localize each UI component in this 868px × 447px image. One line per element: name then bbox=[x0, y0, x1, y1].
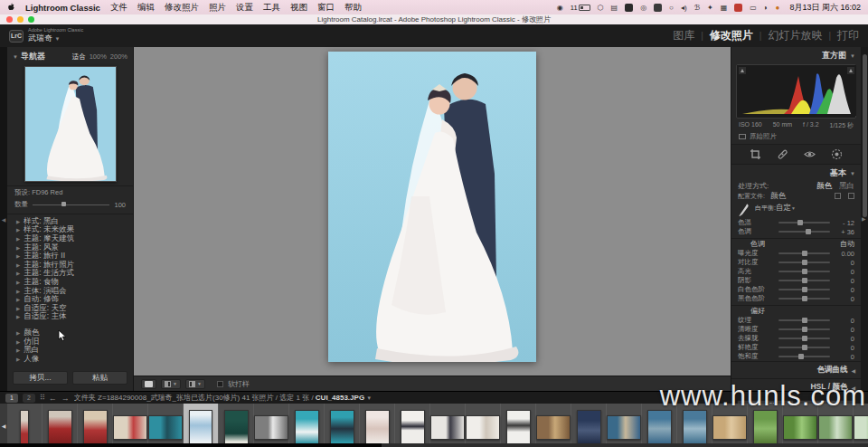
menu-settings[interactable]: 设置 bbox=[236, 2, 253, 14]
apple-menu-icon[interactable] bbox=[7, 3, 15, 12]
disclosure-triangle-icon[interactable]: ▶ bbox=[16, 297, 20, 302]
filmstrip-cell[interactable] bbox=[113, 404, 148, 447]
shadows-slider[interactable] bbox=[778, 280, 830, 281]
contrast-slider[interactable] bbox=[778, 262, 830, 263]
disclosure-triangle-icon[interactable]: ▶ bbox=[16, 219, 20, 224]
whites-slider[interactable] bbox=[778, 289, 830, 290]
current-filename[interactable]: CUI_4853.JPG bbox=[316, 394, 364, 402]
menu-help[interactable]: 帮助 bbox=[344, 2, 362, 14]
module-develop[interactable]: 修改照片 bbox=[710, 28, 753, 43]
screen-record-icon[interactable]: ◉ bbox=[557, 4, 563, 12]
disclosure-triangle-icon[interactable]: ▶ bbox=[16, 289, 20, 294]
zoom-fit-option[interactable]: 适合 bbox=[72, 52, 86, 62]
menu-photo[interactable]: 照片 bbox=[209, 2, 226, 14]
filmstrip-cell[interactable] bbox=[254, 404, 289, 447]
healing-tool-icon[interactable] bbox=[777, 148, 788, 160]
filmstrip-cell[interactable] bbox=[325, 404, 360, 447]
menu-window[interactable]: 窗口 bbox=[317, 2, 335, 14]
filmstrip-scrollbar-thumb[interactable] bbox=[0, 443, 382, 447]
disclosure-triangle-icon[interactable]: ▶ bbox=[16, 347, 20, 353]
app-icon-red[interactable] bbox=[734, 4, 742, 12]
bluetooth-icon[interactable]: ℬ bbox=[694, 4, 700, 12]
temp-slider[interactable] bbox=[778, 222, 830, 224]
filmstrip-cell[interactable] bbox=[501, 404, 536, 447]
disclosure-triangle-icon[interactable]: ▶ bbox=[16, 314, 20, 319]
white-balance-eyedropper-icon[interactable] bbox=[738, 203, 750, 218]
grid-view-icon[interactable]: ⠿ bbox=[40, 394, 44, 402]
navigator-title[interactable]: 导航器 bbox=[21, 51, 45, 62]
source-path-label[interactable]: 文件夹 Z=1884290008_武瑞奇_张培已选片(30修片) 41 张照片 … bbox=[74, 394, 314, 402]
panel-expand-icon[interactable]: ◀ bbox=[851, 367, 855, 374]
paste-button[interactable]: 粘贴 bbox=[72, 371, 127, 385]
filmstrip-cell[interactable] bbox=[430, 404, 466, 447]
filmstrip-cell[interactable] bbox=[42, 404, 78, 447]
forward-arrow-icon[interactable]: → bbox=[61, 394, 70, 403]
monitor-1-button[interactable]: 1 bbox=[5, 394, 18, 403]
vibrance-slider[interactable] bbox=[778, 347, 830, 348]
redeye-tool-icon[interactable] bbox=[804, 148, 816, 160]
filmstrip-cell[interactable] bbox=[78, 404, 113, 447]
filmstrip-cell[interactable] bbox=[360, 404, 395, 447]
preset-group[interactable]: ▶人像 bbox=[16, 355, 133, 364]
printer-icon[interactable]: ▤ bbox=[611, 4, 618, 12]
loupe-view-button[interactable] bbox=[141, 379, 156, 389]
menu-edit[interactable]: 编辑 bbox=[137, 2, 155, 14]
chevron-down-icon[interactable]: ▼ bbox=[55, 36, 61, 42]
blacks-slider[interactable] bbox=[778, 298, 830, 300]
disclosure-triangle-icon[interactable]: ▶ bbox=[16, 280, 20, 285]
module-print[interactable]: 打印 bbox=[837, 28, 859, 43]
highlights-slider[interactable] bbox=[778, 271, 830, 272]
treatment-bw-option[interactable]: 黑白 bbox=[839, 181, 854, 192]
menubar-clock[interactable]: 8月13日 周六 16:02 bbox=[789, 2, 861, 14]
filmstrip-cell[interactable] bbox=[148, 404, 184, 447]
monitor-2-button[interactable]: 2 bbox=[23, 394, 35, 403]
control-center-icon[interactable]: ◎ bbox=[640, 4, 646, 12]
keyboard-icon[interactable]: ▦ bbox=[721, 4, 728, 12]
disclosure-triangle-icon[interactable]: ▶ bbox=[16, 262, 20, 268]
disclosure-triangle-icon[interactable]: ▶ bbox=[16, 236, 20, 242]
disclosure-triangle-icon[interactable]: ▶ bbox=[16, 245, 20, 251]
disclosure-triangle-icon[interactable]: ▶ bbox=[16, 306, 20, 311]
disclosure-triangle-icon[interactable]: ▶ bbox=[16, 330, 20, 336]
right-panel-collapse-icon[interactable]: ▶ bbox=[862, 215, 866, 222]
back-arrow-icon[interactable]: ← bbox=[49, 394, 57, 403]
filmstrip-cell[interactable] bbox=[7, 404, 42, 447]
disclosure-triangle-icon[interactable]: ▶ bbox=[16, 253, 20, 259]
battery-icon[interactable]: 11 bbox=[571, 4, 590, 12]
module-library[interactable]: 图库 bbox=[673, 28, 694, 43]
auto-button[interactable]: 自动 bbox=[840, 239, 854, 249]
menu-view[interactable]: 视图 bbox=[290, 2, 307, 14]
copy-button[interactable]: 拷贝... bbox=[13, 371, 68, 385]
menu-develop[interactable]: 修改照片 bbox=[165, 2, 199, 14]
display-icon[interactable]: ▭ bbox=[750, 4, 757, 12]
profile-browser-icon[interactable] bbox=[835, 193, 841, 199]
treatment-color-option[interactable]: 颜色 bbox=[816, 181, 832, 192]
saturation-slider[interactable] bbox=[778, 356, 830, 357]
right-panel-scrollbar[interactable]: ▶ bbox=[861, 47, 868, 391]
dropdown-caret-icon[interactable]: ▼ bbox=[366, 395, 372, 401]
crop-tool-icon[interactable] bbox=[750, 148, 761, 160]
navigator-preview[interactable] bbox=[24, 66, 117, 182]
search-icon[interactable]: ○ bbox=[669, 4, 674, 12]
navigator-collapse-icon[interactable]: ▼ bbox=[13, 54, 18, 60]
preset-group[interactable]: ▶自适应: 主体 bbox=[16, 313, 133, 322]
wifi-icon[interactable]: ✦ bbox=[707, 4, 713, 12]
panel-collapse-icon[interactable]: ▼ bbox=[850, 53, 855, 59]
scrollbar-thumb[interactable] bbox=[863, 54, 867, 217]
filmstrip-scrollbar[interactable] bbox=[0, 443, 868, 447]
identity-plate[interactable]: LrC Adobe Lightroom Classic 武瑞奇 ▼ bbox=[9, 27, 83, 44]
left-panel-collapse-strip[interactable]: ◀ bbox=[0, 47, 7, 391]
disclosure-triangle-icon[interactable]: ▶ bbox=[16, 227, 20, 233]
filmstrip-cell[interactable] bbox=[571, 404, 607, 447]
menu-file[interactable]: 文件 bbox=[110, 2, 127, 14]
app-icon-dark[interactable] bbox=[625, 4, 633, 12]
original-photo-row[interactable]: 原始照片 bbox=[731, 131, 861, 145]
main-photo[interactable] bbox=[328, 52, 536, 362]
before-after-split-button[interactable]: ▼ bbox=[185, 379, 205, 389]
before-after-left-right-button[interactable]: ▼ bbox=[161, 379, 181, 389]
filmstrip-cell-selected[interactable] bbox=[184, 404, 219, 447]
histogram-header[interactable]: 直方图 ▼ bbox=[731, 47, 861, 63]
filmstrip-cell[interactable] bbox=[536, 404, 571, 447]
disclosure-triangle-icon[interactable]: ▶ bbox=[16, 271, 20, 276]
filmstrip-scroll-left-icon[interactable]: ◀ bbox=[0, 404, 7, 447]
